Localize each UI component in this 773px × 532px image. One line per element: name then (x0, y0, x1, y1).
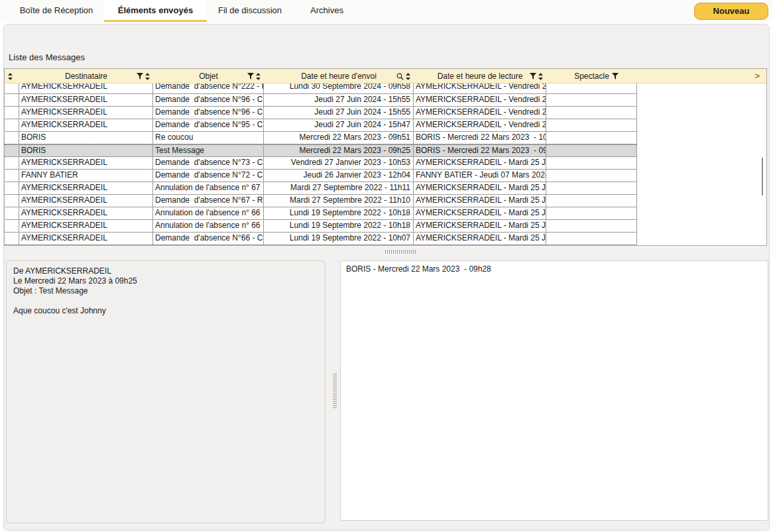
column-header-date-lecture[interactable]: Date et heure de lecture (414, 69, 546, 83)
column-label: Spectacle (574, 72, 609, 81)
cell-spectacle (546, 207, 637, 219)
new-message-button[interactable]: Nouveau (694, 3, 768, 20)
cell-envoi: Jeudi 27 Juin 2024 - 15h55 (264, 107, 414, 119)
cell-destinataire: AYMERICKSERRADEIL (19, 207, 153, 219)
table-row[interactable]: AYMERICKSERRADEIL Demande d'absence N°22… (5, 83, 637, 94)
cell-spectacle (546, 157, 637, 169)
cell-destinataire: AYMERICKSERRADEIL (19, 182, 153, 194)
row-indicator-cell (5, 119, 19, 131)
sort-icon[interactable] (8, 69, 13, 83)
tab-boite-de-reception[interactable]: Boîte de Réception (10, 0, 103, 22)
tab-elements-envoyes[interactable]: Éléments envoyés (104, 0, 207, 22)
cell-envoi: Jeudi 26 Janvier 2023 - 12h04 (264, 170, 414, 182)
cell-envoi: Mercredi 22 Mars 2023 - 09h25 (264, 145, 414, 156)
cell-spectacle (546, 83, 637, 93)
table-row[interactable]: AYMERICKSERRADEIL Demande d'absence N°96… (5, 107, 637, 119)
messages-grid: Destinataire Objet Date et heure d'envoi (4, 68, 767, 246)
column-header-destinataire[interactable]: Destinataire (19, 69, 153, 83)
row-indicator-cell (5, 170, 19, 182)
cell-objet: Annulation de l'absence n° 66 (153, 220, 264, 232)
search-icon[interactable] (396, 73, 404, 80)
cell-spectacle (546, 145, 637, 156)
cell-objet: Demande d'absence N°96 - C (153, 107, 264, 119)
cell-spectacle (546, 233, 637, 244)
table-row[interactable]: AYMERICKSERRADEIL Demande d'absence N°73… (5, 157, 637, 170)
grid-body: AYMERICKSERRADEIL Demande d'absence N°22… (5, 83, 766, 245)
cell-lecture: BORIS - Mercredi 22 Mars 2023 - 09h28 (414, 145, 546, 156)
cell-objet: Demande d'absence N°96 - C (153, 94, 264, 106)
cell-envoi: Jeudi 27 Juin 2024 - 15h55 (264, 94, 414, 106)
cell-lecture: AYMERICKSERRADEIL - Vendredi 22 No (414, 94, 546, 106)
row-indicator-cell (5, 83, 19, 93)
tab-archives[interactable]: Archives (296, 0, 358, 22)
cell-envoi: Lundi 19 Septembre 2022 - 10h18 (264, 207, 414, 219)
table-row[interactable]: AYMERICKSERRADEIL Annulation de l'absenc… (5, 207, 637, 220)
column-header-date-envoi[interactable]: Date et heure d'envoi (264, 69, 414, 83)
filter-icon[interactable] (247, 73, 254, 80)
cell-lecture: AYMERICKSERRADEIL - Mardi 25 Juin 2 (414, 207, 546, 219)
column-header-row-indicator[interactable] (5, 69, 19, 83)
row-indicator-cell (5, 94, 19, 106)
sort-icon[interactable] (145, 73, 150, 80)
table-row[interactable]: BORIS Re coucou Mercredi 22 Mars 2023 - … (5, 132, 637, 144)
horizontal-splitter-handle[interactable] (385, 250, 417, 254)
cell-spectacle (546, 94, 637, 106)
cell-destinataire: BORIS (19, 132, 153, 144)
table-row[interactable]: AYMERICKSERRADEIL Demande d'absence N°95… (5, 119, 637, 132)
sort-icon[interactable] (406, 73, 410, 80)
chevron-right-icon[interactable]: > (754, 69, 760, 83)
detail-line: De AYMERICKSERRADEIL (13, 266, 318, 276)
filter-icon[interactable] (530, 73, 536, 80)
cell-envoi: Mercredi 22 Mars 2023 - 09h51 (264, 132, 414, 144)
sort-icon[interactable] (538, 73, 543, 80)
table-row[interactable]: BORIS Test Message Mercredi 22 Mars 2023… (5, 144, 637, 157)
column-label: Destinataire (65, 72, 107, 81)
grid-header: Destinataire Objet Date et heure d'envoi (5, 69, 766, 83)
vertical-splitter-handle[interactable] (333, 374, 337, 408)
list-title: Liste des Messages (9, 52, 85, 62)
cell-envoi: Lundi 19 Septembre 2022 - 10h18 (264, 220, 414, 232)
cell-envoi: Vendredi 27 Janvier 2023 - 10h53 (264, 157, 414, 169)
cell-envoi: Lundi 19 Septembre 2022 - 10h07 (264, 233, 414, 244)
cell-lecture: AYMERICKSERRADEIL - Mardi 25 Juin 2 (414, 195, 546, 207)
row-indicator-cell (5, 132, 19, 144)
cell-objet: Re coucou (153, 132, 264, 144)
row-indicator-cell (5, 157, 19, 169)
table-row[interactable]: AYMERICKSERRADEIL Demande d'absence N°66… (5, 233, 637, 245)
cell-objet: Annulation de l'absence n° 66 (153, 207, 264, 219)
cell-destinataire: FANNY BATIER (19, 170, 153, 182)
vertical-scrollbar[interactable] (762, 158, 763, 195)
column-header-objet[interactable]: Objet (153, 69, 264, 83)
sort-icon[interactable] (256, 73, 261, 80)
cell-lecture: FANNY BATIER - Jeudi 07 Mars 2024 - 1 (414, 170, 546, 182)
cell-spectacle (546, 195, 637, 207)
column-label: Objet (199, 72, 218, 81)
filter-icon[interactable] (137, 73, 143, 80)
cell-envoi: Mardi 27 Septembre 2022 - 11h10 (264, 195, 414, 207)
filter-icon[interactable] (612, 73, 619, 80)
row-indicator-cell (5, 195, 19, 207)
detail-line (13, 296, 318, 306)
table-row[interactable]: AYMERICKSERRADEIL Demande d'absence N°96… (5, 94, 637, 107)
cell-objet: Demande d'absence N°95 - C (153, 119, 264, 131)
detail-line: Aque coucou c'est Johnny (13, 306, 318, 316)
row-indicator-cell (5, 220, 19, 232)
cell-destinataire: AYMERICKSERRADEIL (19, 107, 153, 119)
tab-fil-de-discussion[interactable]: Fil de discussion (209, 0, 290, 22)
row-indicator-cell (5, 233, 19, 244)
table-row[interactable]: FANNY BATIER Demande d'absence N°72 - C … (5, 170, 637, 182)
reader-header: BORIS - Mercredi 22 Mars 2023 - 09h28 (346, 264, 762, 274)
message-reader-pane[interactable]: BORIS - Mercredi 22 Mars 2023 - 09h28 (340, 260, 768, 521)
cell-lecture: BORIS - Mercredi 22 Mars 2023 - 10h28 (414, 132, 546, 144)
table-row[interactable]: AYMERICKSERRADEIL Demande d'absence N°67… (5, 195, 637, 207)
row-indicator-cell (5, 107, 19, 119)
table-row[interactable]: AYMERICKSERRADEIL Annulation de l'absenc… (5, 220, 637, 233)
cell-destinataire: AYMERICKSERRADEIL (19, 119, 153, 131)
cell-spectacle (546, 220, 637, 232)
column-header-spectacle[interactable]: Spectacle (546, 69, 637, 83)
cell-lecture: AYMERICKSERRADEIL - Vendredi 22 No (414, 119, 546, 131)
message-detail-pane[interactable]: De AYMERICKSERRADEILLe Mercredi 22 Mars … (6, 260, 326, 523)
table-row[interactable]: AYMERICKSERRADEIL Annulation de l'absenc… (5, 182, 637, 195)
column-label: Date et heure d'envoi (301, 72, 377, 81)
detail-line: Le Mercredi 22 Mars 2023 à 09h25 (13, 276, 318, 286)
